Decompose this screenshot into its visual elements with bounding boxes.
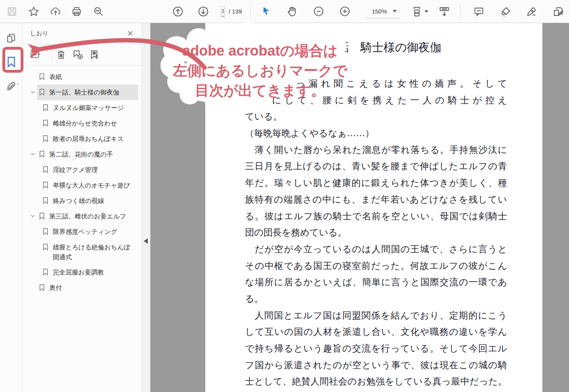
bookmarks-panel-icon[interactable] (0, 51, 22, 73)
text-line: 族特有の端麗さの中にも、まだ年若いあどけなさを残してい (245, 191, 507, 208)
panel-splitter[interactable] (141, 23, 150, 392)
toolbar-divider (460, 5, 461, 18)
bookmark-item[interactable]: 卑猥な大人のオモチャ遊び (23, 178, 141, 193)
page-text: っ漏れ聞こえるは女性の嬌声。そして にして、腰に剣を携えた一人の騎士が控え てい… (245, 75, 507, 390)
bookmark-item[interactable]: 第三話、雌伏のお妾エルフ (23, 209, 141, 224)
bookmark-item[interactable]: 敗者の屈辱おちんぽキス (23, 131, 141, 147)
text-line: その中枢である国王の寝室前だった。何故エルフの彼がこん (245, 258, 507, 274)
bookmark-ribbon-icon (42, 267, 49, 278)
chevron-down-icon[interactable] (28, 85, 37, 95)
bookmark-label: 奥付 (49, 283, 62, 293)
bookmark-item[interactable]: 限界感度ペッティング (23, 224, 141, 239)
bookmark-item[interactable]: 奥付 (23, 280, 141, 295)
close-panel-icon[interactable] (125, 29, 135, 38)
text-line: 士として、絶賛人間社会のお勉強をしている真っ最中だった。 (245, 373, 507, 390)
text-line: ている。 (245, 108, 507, 125)
bookmark-ribbon-icon (42, 165, 49, 175)
bookmark-ribbon-icon (39, 72, 45, 82)
bookmark-ribbon-icon (39, 283, 45, 293)
text-line: だが空が今立っているのは人間国の王城で、さらに言うと (245, 241, 507, 258)
bookmark-label: ヌルヌル媚薬マッサージ (53, 103, 124, 113)
search-icon[interactable] (91, 4, 106, 19)
page-thumbnails-icon[interactable] (0, 27, 22, 49)
text-line: フ国から派遣されたのが空という事で、彼は現在この城の騎 (245, 357, 507, 374)
bookmark-item[interactable]: 第一話、騎士様の御夜伽 (23, 85, 141, 100)
pdf-page: 話 騎士様の御夜伽 っ漏れ聞こえるは女性の嬌声。そして にして、腰に剣を携えた一… (205, 23, 542, 392)
bookmark-item[interactable]: 表紙 (23, 69, 141, 85)
bookmark-label: 敗者の屈辱おちんぽキス (53, 134, 124, 144)
edit-page-icon[interactable] (550, 4, 566, 19)
bookmark-ribbon-icon (42, 196, 49, 206)
text-line: （毎晩毎晩よくやるなぁ……） (245, 125, 507, 142)
sign-pen-icon[interactable] (524, 4, 540, 19)
bookmark-label: 表紙 (49, 72, 62, 82)
bookmark-ribbon-icon (42, 103, 49, 113)
bookmark-ribbon-icon (39, 149, 45, 160)
text-line: る。 (245, 291, 507, 307)
bookmark-item[interactable]: ヌルヌル媚薬マッサージ (23, 100, 141, 116)
text-line: して互いの国の人材を派遣し合い、文化や職務の違いを学ん (245, 324, 507, 340)
bookmark-ribbon-icon (42, 118, 49, 129)
bookmarks-panel-header: しおり (23, 23, 141, 44)
share-upload-icon[interactable] (48, 4, 64, 19)
text-line: な場所に居るかといえば、簡単に言うと国際交流の一環であ (245, 274, 507, 291)
zoom-level-value: 150% (372, 8, 387, 15)
save-icon[interactable] (4, 4, 20, 19)
bookmark-item[interactable]: 雌雄分からせ兜合わせ (23, 116, 141, 131)
print-icon[interactable] (69, 4, 85, 19)
chevron-down-icon (424, 10, 428, 13)
bookmark-item[interactable]: 第二話、花街の魔の手 (23, 147, 141, 162)
hand-tool-icon[interactable] (284, 4, 300, 19)
bookmark-label: 第一話、騎士様の御夜伽 (49, 87, 119, 97)
fit-width-icon[interactable] (410, 4, 429, 19)
text-line: で持ち帰るという趣旨の交流を行っている。そして今回エル (245, 340, 507, 357)
bookmark-ribbon-icon (39, 87, 45, 98)
collapse-panel-arrow-icon[interactable] (144, 238, 148, 244)
bookmark-item[interactable]: 雄膣とろける絶倫おちんぽ開通式 (23, 239, 141, 265)
bookmark-label: 雄膣とろける絶倫おちんぽ開通式 (53, 242, 134, 262)
bookmark-item[interactable]: 淫紋アクメ管理 (23, 162, 141, 178)
zoom-out-icon[interactable] (311, 4, 326, 19)
collapse-panel-chevron-icon[interactable]: ‹ (17, 80, 19, 87)
scroll-mode-icon[interactable] (436, 4, 452, 19)
zoom-level-dropdown[interactable]: 150% (366, 5, 399, 18)
expand-current-bookmark-icon[interactable] (89, 49, 101, 60)
bookmark-item[interactable]: 絡みつく雄の視線 (23, 193, 141, 209)
panel-title: しおり (30, 30, 48, 37)
page-number-input[interactable]: 3 (221, 6, 225, 17)
text-line: 団の団長を務めている。 (245, 224, 507, 241)
chevron-down-icon[interactable] (28, 147, 37, 156)
delete-bookmark-icon[interactable] (56, 50, 66, 60)
acrobat-window: 3 / 139 150% (0, 0, 569, 392)
text-line: る。彼はエルフ族の騎士で名前を空といい、母国では剣騎士 (245, 208, 507, 225)
document-canvas[interactable]: 話 騎士様の御夜伽 っ漏れ聞こえるは女性の嬌声。そして にして、腰に剣を携えた一… (150, 23, 569, 392)
bookmark-item[interactable]: 完全屈服お妾調教 (23, 265, 141, 280)
zoom-in-icon[interactable] (337, 4, 353, 19)
text-line: っ漏れ聞こえるは女性の嬌声。そして (296, 75, 507, 92)
add-bookmark-icon[interactable] (72, 49, 84, 60)
bookmark-ribbon-icon (42, 134, 49, 144)
text-line: 年だ。瑞々しい肌と健康的に鍛えられた体つきが美しく、種 (245, 175, 507, 191)
bookmark-ribbon-icon (42, 227, 49, 237)
next-page-icon[interactable] (195, 4, 211, 19)
text-line: 人間国とエルフ国は同盟関係を結んでおり、定期的にこう (245, 307, 507, 324)
chevron-down-icon[interactable] (28, 209, 37, 218)
bookmark-options-icon[interactable] (30, 50, 42, 60)
attachments-icon[interactable] (0, 75, 22, 98)
highlight-icon[interactable] (498, 4, 514, 19)
bookmark-label: 淫紋アクメ管理 (53, 165, 98, 175)
bookmark-label: 卑猥な大人のオモチャ遊び (53, 180, 130, 190)
text-line: にして、腰に剣を携えた一人の騎士が控え (272, 92, 507, 109)
star-icon[interactable] (26, 4, 42, 19)
comment-icon[interactable] (471, 4, 487, 19)
top-toolbar: 3 / 139 150% (0, 0, 569, 23)
text-line: 三日月を見上げるのは、青い髪を腰まで伸ばしたエルフの青 (245, 158, 507, 175)
bookmark-label: 絡みつく雄の視線 (53, 196, 104, 206)
previous-page-icon[interactable] (170, 4, 186, 19)
toolbar-divider (251, 5, 251, 18)
chapter-title: 話 騎士様の御夜伽 (338, 41, 442, 54)
bookmark-ribbon-icon (39, 211, 45, 222)
bookmark-ribbon-icon (42, 242, 49, 253)
select-tool-icon[interactable] (258, 4, 274, 19)
page-total-label: / 139 (229, 8, 242, 15)
